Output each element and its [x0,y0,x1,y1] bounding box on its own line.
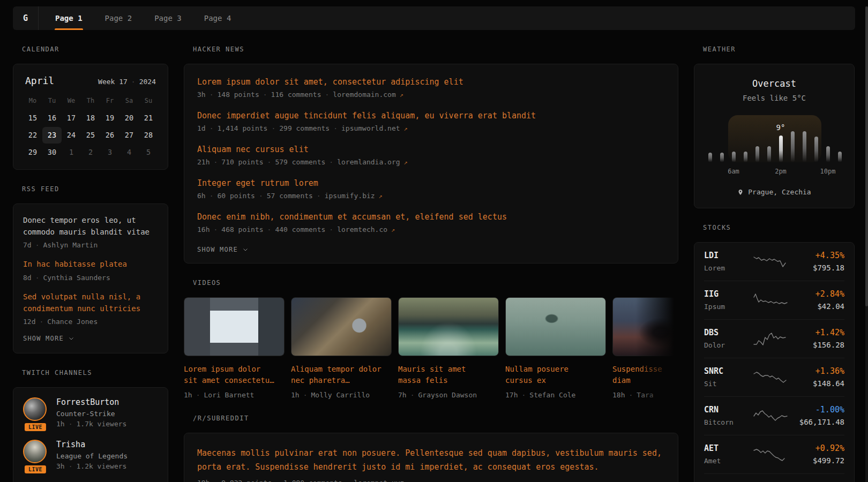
scrollbar-thumb[interactable] [865,6,868,306]
meta-part: 1,090 comments [283,479,342,482]
video-card[interactable]: Aliquam tempor dolornec pharetra…1h·Moll… [291,297,392,399]
video-card[interactable]: Lorem ipsum dolorsit amet consectetu…1h·… [184,297,285,399]
stock-ticker: SNRC [704,366,748,376]
meta-part: 468 points [221,225,263,234]
video-thumbnail[interactable] [612,297,678,356]
weather-widget: Overcast Feels like 5°C 9° 6am2pm10pm Pr… [694,64,855,208]
video-thumbnail[interactable] [184,297,285,356]
stock-name: Dolor [704,341,748,349]
tab-page-1[interactable]: Page 1 [44,6,94,30]
meta-part: 17h [505,391,518,399]
hackernews-item-title[interactable]: Donec imperdiet augue tincidunt felis al… [197,111,665,120]
meta-part: 148 points [217,91,259,99]
twitch-channel-game: League of Legends [56,452,128,460]
meta-part: 3h [56,462,65,470]
weather-bar [720,153,724,162]
separator-dot: · [209,124,214,132]
calendar-day: 16 [42,110,62,126]
twitch-channel-row[interactable]: LIVEForrestBurtonCounter-Strike1h·1.7k v… [23,397,158,428]
separator-dot: · [329,225,333,234]
stock-ticker: IIG [704,289,748,299]
meta-part: 710 points [221,158,263,166]
stock-row[interactable]: DBSDolor+1.42%$156.28 [704,319,844,358]
video-title[interactable]: Nullam posuerecursus ex [505,364,606,386]
app-logo[interactable]: G [13,6,39,30]
calendar-day: 26 [100,127,119,144]
calendar-day: 4 [119,144,139,161]
calendar-day: 19 [100,110,119,126]
item-meta: 18h·Tara [612,391,678,399]
subreddit-item-title[interactable]: Maecenas mollis pulvinar erat non posuer… [197,446,665,475]
meta-part: 8d [23,274,32,282]
meta-part: 7h [398,391,407,399]
stock-row[interactable]: LDILorem+4.35%$795.18 [704,243,844,281]
rss-item-title[interactable]: Sed volutpat nulla nisl, a condimentum n… [23,291,158,314]
rss-item-title[interactable]: Donec tempor eros leo, ut commodo mauris… [23,215,158,238]
video-thumbnail[interactable] [291,297,392,356]
rss-item: In hac habitasse platea8d·Cynthia Saunde… [23,259,158,282]
rss-item-title[interactable]: In hac habitasse platea [23,259,158,270]
separator-dot: · [213,479,218,482]
hackernews-item-title[interactable]: Donec enim nibh, condimentum et accumsan… [197,212,665,222]
meta-part: Molly Carrillo [311,391,370,399]
tab-page-3[interactable]: Page 3 [143,6,193,30]
stock-row[interactable]: CCSConsectetur+0.51%$165.84 [704,473,844,482]
video-title[interactable]: Aliquam tempor dolornec pharetra… [291,364,392,386]
page-scrollbar[interactable] [865,6,868,482]
separator-dot: · [259,192,263,200]
tab-page-2[interactable]: Page 2 [94,6,144,30]
separator-dot: · [333,124,338,132]
video-title[interactable]: Lorem ipsum dolorsit amet consectetu… [184,364,285,386]
weekday-label: Fr [100,97,119,110]
section-header-hackernews: HACKER NEWS [193,46,678,53]
rss-show-more-button[interactable]: SHOW MORE [23,335,158,342]
rss-item: Donec tempor eros leo, ut commodo mauris… [23,215,158,249]
hackernews-item-title[interactable]: Lorem ipsum dolor sit amet, consectetur … [197,77,665,87]
item-meta: 6h·60 points·57 comments·ipsumify.biz↗ [197,192,665,200]
weather-bar [838,152,842,162]
stock-row[interactable]: CRNBitcorn-1.00%$66,171.48 [704,396,844,435]
stock-sparkline [753,370,788,385]
stock-row[interactable]: IIGIpsum+2.84%$42.04 [704,281,844,319]
daylight-region [728,115,821,162]
calendar-week-year: Week 17·2024 [98,78,156,86]
video-title[interactable]: Mauris sit ametmassa felis [398,364,499,386]
meta-part: 1.2k viewers [76,462,126,470]
weekday-label: Tu [42,97,62,110]
stock-values: +1.36%$148.64 [793,366,844,388]
calendar-month: April [25,75,54,86]
hackernews-item-title[interactable]: Aliquam nec cursus elit [197,145,665,154]
separator-dot: · [209,192,214,200]
hackernews-item: Donec imperdiet augue tincidunt felis al… [197,111,665,132]
meta-part: 7d [23,241,32,249]
separator-dot: · [521,391,526,399]
time-axis-label: 2pm [775,168,787,175]
section-header-stocks: STOCKS [703,224,855,231]
video-carousel: Lorem ipsum dolorsit amet consectetu…1h·… [184,297,678,399]
stock-row[interactable]: AETAmet+0.92%$499.72 [704,435,844,473]
meta-part: 3h [197,91,206,99]
tab-page-4[interactable]: Page 4 [193,6,243,30]
hackernews-item-title[interactable]: Integer eget rutrum lorem [197,178,665,188]
video-thumbnail[interactable] [398,297,499,356]
calendar-year: 2024 [139,78,156,86]
separator-dot: · [628,391,633,399]
video-thumbnail[interactable] [505,297,606,356]
item-meta: 7h·Grayson Dawson [398,391,499,399]
separator-dot: · [329,158,333,166]
section-header-weather: WEATHER [703,46,855,53]
meta-part: 1d [197,124,206,132]
video-card[interactable]: Nullam posuerecursus ex17h·Stefan Cole [505,297,606,399]
video-card[interactable]: Suspendissediam18h·Tara [612,297,678,399]
calendar-weekday-row: MoTuWeThFrSaSu [23,97,158,110]
meta-part: 6h [197,192,206,200]
twitch-channel-row[interactable]: LIVETrishaLeague of Legends3h·1.2k viewe… [23,440,158,470]
separator-dot: · [267,225,272,234]
stock-row[interactable]: SNRCSit+1.36%$148.64 [704,358,844,396]
video-title[interactable]: Suspendissediam [612,364,678,386]
meta-part: Ashlyn Martin [43,241,98,249]
stock-sparkline [753,331,788,346]
video-card[interactable]: Mauris sit ametmassa felis7h·Grayson Daw… [398,297,499,399]
hackernews-show-more-button[interactable]: SHOW MORE [197,246,665,253]
meta-part: 1h [184,391,192,399]
